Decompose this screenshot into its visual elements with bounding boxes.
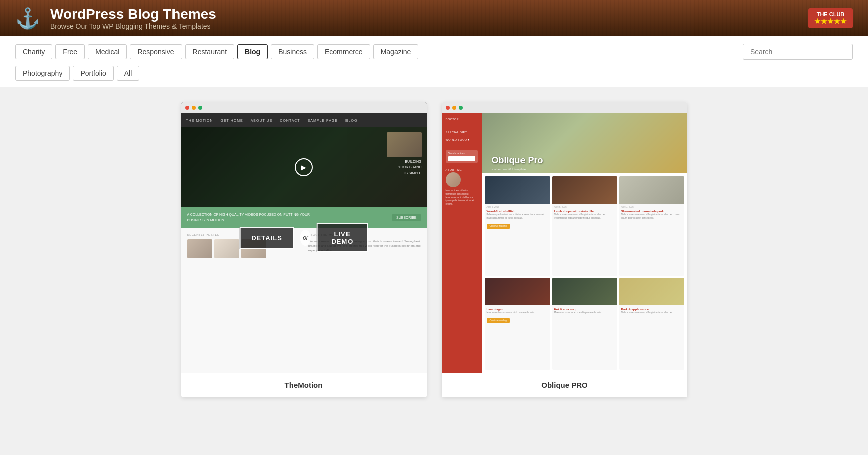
search-input[interactable]: [743, 44, 853, 60]
nav-tag-photography[interactable]: Photography: [15, 66, 70, 81]
oblique-about-label: About me: [446, 168, 478, 172]
mockup-hero-text: BUILDINGYOUR BRANDIS SIMPLE: [398, 159, 422, 176]
mockup-subscribe-text: A COLLECTION OF HIGH QUALITY VIDEOS FOCU…: [187, 212, 327, 223]
oblique-card-body-3: April 7, 2015 Slow-roasted marmalade por…: [619, 204, 684, 222]
mockup-post-img-1: [187, 239, 212, 258]
oblique-card-title-3: Slow-roasted marmalade pork: [621, 209, 682, 213]
mockup-sub-image: [387, 132, 422, 157]
oblique-search-label: Search recipes: [448, 152, 475, 155]
oblique-card-date-1: April 5, 2015: [487, 206, 548, 208]
oblique-divider2: [446, 146, 478, 146]
oblique-avatar: [446, 172, 461, 187]
oblique-about-text: Nam ac libero ut lectus fermentum consec…: [446, 189, 478, 206]
oblique-dot-red: [446, 106, 450, 110]
header-text: WordPress Blog Themes Browse Our Top WP …: [50, 6, 216, 30]
oblique-card-date-3: April 7, 2015: [621, 206, 682, 208]
oblique-hero-title: Oblique Pro: [492, 155, 543, 166]
oblique-card-body-5: Hot & sour soup Maecenas rhoncus arcu a …: [552, 305, 617, 317]
oblique-card-img-2: [552, 176, 617, 204]
oblique-card-4: Lamb tagato Maecenas rhoncus arcu a nibh…: [485, 278, 550, 370]
oblique-browser-bar: [442, 102, 687, 113]
mockup-subscribe-btn: SUBSCRIBE: [392, 214, 420, 221]
nav-tag-business[interactable]: Business: [271, 44, 314, 59]
oblique-card-img-4: [485, 278, 550, 305]
theme-preview-oblique[interactable]: DOCTOR SPECIAL DIET WORLD FOOD ▾ Search …: [442, 102, 687, 373]
or-label: or: [300, 230, 311, 246]
theme-title-themotion: TheMotion: [181, 373, 427, 397]
mockup-nav-item2: ABOUT US: [251, 119, 273, 122]
anchor-icon: ⚓: [15, 8, 40, 28]
oblique-about: About me Nam ac libero ut lectus ferment…: [446, 168, 478, 206]
oblique-dot-green: [459, 106, 463, 110]
mockup-hero: BUILDINGYOUR BRANDIS SIMPLE ▶: [181, 127, 427, 207]
mockup-nav-item3: CONTACT: [280, 119, 300, 122]
theme-card-themotion: THE.MOTION GET HOME ABOUT US CONTACT SAM…: [181, 102, 427, 397]
nav-tag-responsive[interactable]: Responsive: [130, 44, 182, 59]
oblique-grid: April 5, 2015 Wood-fired shellfish Pelle…: [482, 173, 687, 373]
oblique-card-img-1: [485, 176, 550, 204]
oblique-card-img-6: [619, 278, 684, 305]
main-content: THE.MOTION GET HOME ABOUT US CONTACT SAM…: [0, 87, 868, 412]
oblique-nav-3: WORLD FOOD ▾: [446, 138, 478, 142]
oblique-card-body-4: Lamb tagato Maecenas rhoncus arcu a nibh…: [485, 305, 550, 326]
nav-tag-charity[interactable]: Charity: [15, 44, 52, 59]
mockup-nav-item5: BLOG: [345, 119, 357, 122]
oblique-search-input-mock: [448, 156, 475, 161]
nav-tag-medical[interactable]: Medical: [88, 44, 127, 59]
mockup-logo: THE.MOTION: [186, 119, 213, 122]
nav-tag-all[interactable]: All: [117, 66, 140, 81]
dot-yellow: [192, 106, 196, 110]
oblique-card-title-4: Lamb tagato: [487, 307, 548, 311]
theme-preview-themotion[interactable]: THE.MOTION GET HOME ABOUT US CONTACT SAM…: [181, 102, 427, 373]
oblique-card-text-3: Nulla sodales ante arcu, id feugiat ante…: [621, 213, 682, 220]
oblique-dot-yellow: [452, 106, 456, 110]
play-button-icon: ▶: [295, 158, 313, 176]
overlay-buttons: DETAILS or LIVE DEMO: [239, 223, 368, 252]
nav-tag-free[interactable]: Free: [55, 44, 85, 59]
oblique-card-text-1: Pellentesque habitant morbi tristique se…: [487, 213, 548, 220]
oblique-card-6: Pork & apple sauce Nulla sodales ante ar…: [619, 278, 684, 370]
oblique-card-body-2: April 6, 2015 Lamb chops with ratatouill…: [552, 204, 617, 222]
oblique-nav-2: SPECIAL DIET: [446, 130, 478, 135]
oblique-or-label: or: [561, 230, 572, 246]
dot-green: [198, 106, 202, 110]
nav-tag-ecommerce[interactable]: Ecommerce: [317, 44, 370, 59]
oblique-card-text-4: Maecenas rhoncus arcu a nibh posuere lob…: [487, 311, 548, 314]
oblique-card-text-2: Nulla sodales ante arcu, id feugiat ante…: [554, 213, 615, 220]
nav-tag-restaurant[interactable]: Restaurant: [185, 44, 234, 59]
badge-stars: ★★★★★: [814, 17, 847, 25]
oblique-hero-subtitle: a other beautiful template: [492, 168, 526, 171]
site-title: WordPress Blog Themes: [50, 6, 216, 22]
theme-title-oblique: Oblique PRO: [442, 373, 687, 397]
browser-bar: [181, 102, 427, 113]
details-button[interactable]: DETAILS: [239, 227, 294, 249]
nav-tag-magazine[interactable]: Magazine: [373, 44, 419, 59]
mockup-about: ABOUT THE MOTION: We are a resource for …: [304, 233, 421, 368]
oblique-sidebar: DOCTOR SPECIAL DIET WORLD FOOD ▾ Search …: [442, 113, 482, 373]
club-badge[interactable]: THE CLUB ★★★★★: [808, 8, 853, 28]
oblique-card-btn-4: Continue reading: [487, 318, 510, 323]
site-subtitle: Browse Our Top WP Blogging Themes & Temp…: [50, 22, 216, 30]
oblique-card-text-6: Nulla sodales ante arcu, id feugiat ante…: [621, 311, 682, 314]
mockup-nav-item4: SAMPLE PAGE: [308, 119, 338, 122]
oblique-card-title-1: Wood-fired shellfish: [487, 209, 548, 213]
oblique-card-3: April 7, 2015 Slow-roasted marmalade por…: [619, 176, 684, 276]
nav-tag-portfolio[interactable]: Portfolio: [73, 66, 113, 81]
site-header: ⚓ WordPress Blog Themes Browse Our Top W…: [0, 0, 868, 36]
oblique-search-box: Search recipes: [446, 150, 478, 163]
nav-row-1: Charity Free Medical Responsive Restaura…: [15, 44, 853, 66]
oblique-details-button[interactable]: DETAILS: [500, 227, 555, 249]
mockup-post-img-2: [214, 239, 239, 258]
navigation: Charity Free Medical Responsive Restaura…: [0, 36, 868, 87]
oblique-card-title-2: Lamb chops with ratatouille: [554, 209, 615, 213]
live-demo-button[interactable]: LIVE DEMO: [317, 223, 368, 252]
oblique-divider: [446, 126, 478, 126]
oblique-live-demo-button[interactable]: LIVE DEMO: [578, 223, 629, 252]
oblique-card-text-5: Maecenas rhoncus arcu a nibh posuere lob…: [554, 311, 615, 314]
oblique-nav-1: DOCTOR: [446, 117, 478, 122]
oblique-card-body-6: Pork & apple sauce Nulla sodales ante ar…: [619, 305, 684, 317]
nav-row-2: Photography Portfolio All: [15, 66, 853, 87]
oblique-card-img-3: [619, 176, 684, 204]
oblique-card-date-2: April 6, 2015: [554, 206, 615, 208]
nav-tag-blog[interactable]: Blog: [237, 44, 268, 59]
